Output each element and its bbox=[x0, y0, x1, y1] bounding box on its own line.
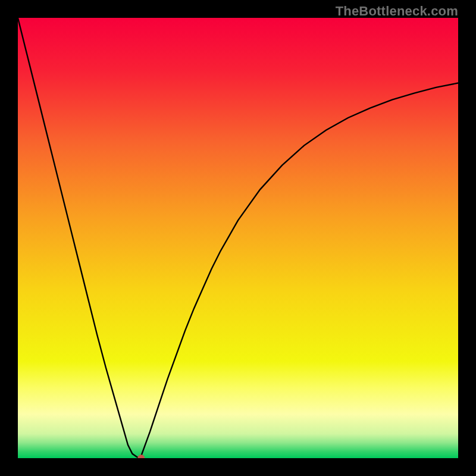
watermark-text: TheBottleneck.com bbox=[336, 4, 458, 19]
optimum-marker bbox=[137, 455, 145, 458]
curve-layer bbox=[18, 18, 458, 458]
bottleneck-curve bbox=[18, 18, 458, 458]
chart-frame: TheBottleneck.com bbox=[0, 0, 476, 476]
plot-area bbox=[18, 18, 458, 458]
